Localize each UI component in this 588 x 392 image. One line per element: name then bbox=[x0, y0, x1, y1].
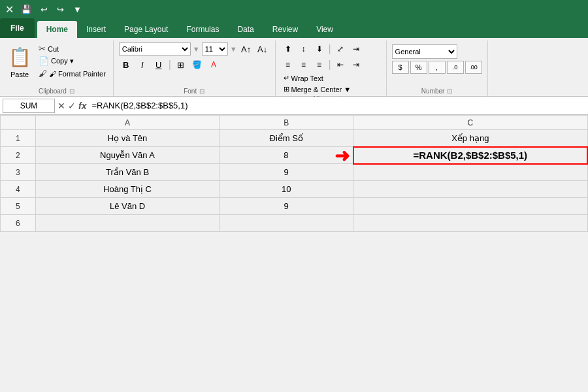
col-header-a[interactable]: A bbox=[35, 116, 220, 130]
number-format-select[interactable]: General bbox=[392, 44, 457, 59]
formula-confirm-icon[interactable]: ✓ bbox=[68, 101, 76, 111]
tab-view[interactable]: View bbox=[307, 21, 342, 38]
col-header-c[interactable]: C bbox=[353, 116, 587, 130]
formula-input[interactable] bbox=[89, 99, 585, 113]
indent-button[interactable]: ⇥ bbox=[349, 42, 363, 56]
percent-button[interactable]: % bbox=[410, 61, 427, 74]
copy-button[interactable]: 📄 Copy ▾ bbox=[37, 56, 108, 67]
font-expand-icon[interactable]: ⊡ bbox=[199, 88, 204, 95]
clipboard-expand-icon[interactable]: ⊡ bbox=[69, 88, 74, 95]
format-painter-icon: 🖌 bbox=[39, 69, 47, 78]
col-header-b[interactable]: B bbox=[220, 116, 353, 130]
wrap-text-button[interactable]: ↵ Wrap Text bbox=[281, 73, 354, 83]
redo-button[interactable]: ↪ bbox=[54, 3, 67, 16]
tab-insert[interactable]: Insert bbox=[77, 21, 115, 38]
merge-center-label: Merge & Center ▼ bbox=[291, 86, 351, 93]
name-box[interactable] bbox=[3, 99, 55, 113]
align-middle-button[interactable]: ↕ bbox=[297, 42, 311, 56]
decrease-font-button[interactable]: A↓ bbox=[255, 42, 270, 56]
align-left-button[interactable]: ≡ bbox=[281, 57, 295, 72]
align-right-button[interactable]: ≡ bbox=[312, 57, 327, 72]
cell-a5[interactable]: Lê Văn D bbox=[35, 198, 220, 215]
customize-button[interactable]: ▼ bbox=[70, 3, 85, 16]
row-header-3: 3 bbox=[1, 164, 36, 181]
table-row: 5 Lê Văn D 9 bbox=[1, 198, 588, 215]
row-header-5: 5 bbox=[1, 198, 36, 215]
cell-b6[interactable] bbox=[220, 215, 353, 232]
merge-center-button[interactable]: ⊞ Merge & Center ▼ bbox=[281, 84, 354, 94]
table-row: 6 bbox=[1, 215, 588, 232]
tab-data[interactable]: Data bbox=[228, 21, 263, 38]
decimal-decrease-button[interactable]: .00 bbox=[465, 61, 482, 74]
cell-c6[interactable] bbox=[353, 215, 587, 232]
increase-font-button[interactable]: A↑ bbox=[239, 42, 253, 56]
decrease-indent-button[interactable]: ⇤ bbox=[333, 57, 348, 72]
angle-text-button[interactable]: ⤢ bbox=[333, 42, 348, 56]
tab-file[interactable]: File bbox=[0, 18, 35, 38]
font-color-button[interactable]: A bbox=[206, 57, 221, 72]
paste-icon: 📋 bbox=[8, 43, 31, 71]
formula-fx-icon[interactable]: fx bbox=[78, 101, 86, 111]
cell-b2[interactable]: 8 bbox=[220, 147, 353, 164]
cell-b5[interactable]: 9 bbox=[220, 198, 353, 215]
align-center-button[interactable]: ≡ bbox=[297, 57, 311, 72]
format-painter-button[interactable]: 🖌 🖌 Format Painter bbox=[37, 68, 108, 79]
cell-c3[interactable] bbox=[353, 164, 587, 181]
cell-a4[interactable]: Hoàng Thị C bbox=[35, 181, 220, 198]
cell-c4[interactable] bbox=[353, 181, 587, 198]
wrap-text-label: Wrap Text bbox=[291, 74, 323, 82]
wrap-merge-area: ↵ Wrap Text ⊞ Merge & Center ▼ bbox=[281, 73, 354, 94]
number-expand-icon[interactable]: ⊡ bbox=[447, 88, 452, 95]
tab-formulas[interactable]: Formulas bbox=[177, 21, 228, 38]
clipboard-content: 📋 Paste ✂ Cut 📄 Copy ▾ 🖌 🖌 Format Painte… bbox=[5, 42, 108, 86]
spreadsheet-area: A B C 1 Họ và Tên Điểm Số Xếp hạng 2 Ngu… bbox=[0, 115, 588, 392]
wrap-text-icon: ↵ bbox=[284, 74, 289, 82]
font-label: Font bbox=[184, 86, 197, 96]
cell-c5[interactable] bbox=[353, 198, 587, 215]
cell-b3[interactable]: 9 bbox=[220, 164, 353, 181]
font-size-select[interactable]: 11 bbox=[202, 42, 228, 56]
underline-button[interactable]: U bbox=[152, 57, 166, 72]
align-bottom-button[interactable]: ⬇ bbox=[312, 42, 327, 56]
tab-page-layout[interactable]: Page Layout bbox=[115, 21, 177, 38]
fill-color-button[interactable]: 🪣 bbox=[190, 57, 204, 72]
align-top-button[interactable]: ⬆ bbox=[281, 42, 295, 56]
clipboard-label: Clipboard bbox=[39, 86, 67, 96]
decimal-increase-button[interactable]: .0 bbox=[447, 61, 464, 74]
cell-c2-value: =RANK(B2,$B$2:$B$5,1) bbox=[413, 150, 527, 161]
font-name-select[interactable]: Calibri bbox=[119, 42, 191, 56]
row-header-2: 2 bbox=[1, 147, 36, 164]
bold-button[interactable]: B bbox=[119, 57, 133, 72]
cell-a1[interactable]: Họ và Tên bbox=[35, 130, 220, 147]
font-row1: Calibri ▼ 11 ▼ A↑ A↓ bbox=[119, 42, 270, 56]
formula-cancel-icon[interactable]: ✕ bbox=[57, 101, 65, 111]
alignment-group: ⬆ ↕ ⬇ | ⤢ ⇥ ≡ ≡ ≡ | ⇤ ⇥ bbox=[276, 41, 387, 96]
cell-a2[interactable]: Nguyễn Văn A bbox=[35, 147, 220, 164]
italic-button[interactable]: I bbox=[135, 57, 150, 72]
font-group: Calibri ▼ 11 ▼ A↑ A↓ B I U | ⊞ 🪣 bbox=[114, 41, 276, 96]
increase-indent2-button[interactable]: ⇥ bbox=[349, 57, 363, 72]
cell-b4[interactable]: 10 bbox=[220, 181, 353, 198]
cell-a6[interactable] bbox=[35, 215, 220, 232]
cut-button[interactable]: ✂ Cut bbox=[37, 43, 108, 54]
table-row: 4 Hoàng Thị C 10 bbox=[1, 181, 588, 198]
cut-icon: ✂ bbox=[39, 44, 46, 54]
currency-button[interactable]: $ bbox=[392, 61, 409, 74]
cell-b1[interactable]: Điểm Số bbox=[220, 130, 353, 147]
paste-button[interactable]: 📋 Paste bbox=[5, 42, 34, 80]
border-button[interactable]: ⊞ bbox=[174, 57, 188, 72]
align-divider2: | bbox=[329, 59, 331, 71]
font-divider: | bbox=[169, 59, 171, 71]
save-button[interactable]: 💾 bbox=[18, 3, 35, 16]
cell-c1[interactable]: Xếp hạng bbox=[353, 130, 587, 147]
cell-a3[interactable]: Trần Văn B bbox=[35, 164, 220, 181]
tab-home[interactable]: Home bbox=[37, 21, 77, 38]
comma-button[interactable]: , bbox=[429, 61, 446, 74]
tab-review[interactable]: Review bbox=[263, 21, 307, 38]
cell-c2[interactable]: ➜ =RANK(B2,$B$2:$B$5,1) bbox=[353, 147, 587, 164]
red-arrow-icon: ➜ bbox=[335, 144, 350, 166]
cut-label: Cut bbox=[48, 45, 59, 53]
column-header-row: A B C bbox=[1, 116, 588, 130]
undo-button[interactable]: ↩ bbox=[37, 3, 51, 16]
row-header-4: 4 bbox=[1, 181, 36, 198]
